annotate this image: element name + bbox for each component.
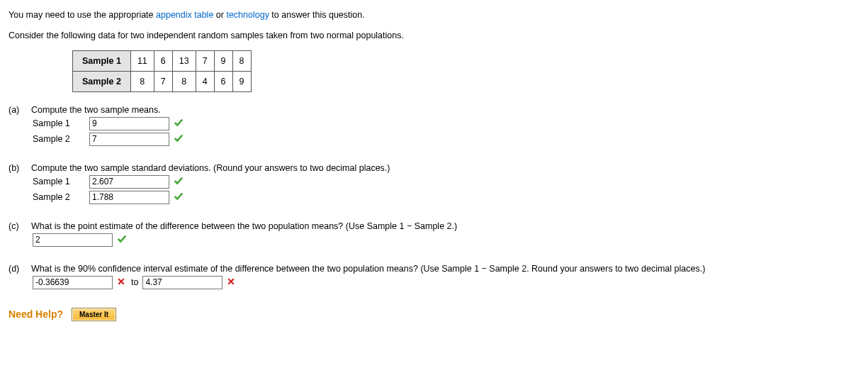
- intro-pre: You may need to use the appropriate: [9, 10, 156, 20]
- intro-mid: or: [213, 10, 226, 20]
- ci-lower-input[interactable]: [33, 276, 113, 289]
- check-icon: [174, 191, 184, 204]
- data-cell: 6: [214, 71, 232, 91]
- data-cell: 6: [154, 50, 172, 71]
- problem-description: Consider the following data for two inde…: [9, 30, 859, 40]
- ci-upper-input[interactable]: [142, 276, 222, 289]
- check-icon: [174, 176, 184, 188]
- data-cell: 9: [232, 71, 251, 91]
- part-prompt: What is the 90% confidence interval esti…: [31, 264, 859, 274]
- part-letter: (b): [9, 163, 31, 173]
- to-label: to: [131, 277, 138, 287]
- answer-label: Sample 1: [33, 177, 89, 186]
- data-cell: 9: [214, 50, 232, 71]
- data-cell: 11: [130, 50, 154, 71]
- part-a: (a) Compute the two sample means. Sample…: [9, 105, 859, 146]
- part-letter: (d): [9, 264, 31, 274]
- check-icon: [174, 133, 184, 145]
- check-icon: [174, 118, 184, 130]
- cross-icon: [227, 277, 235, 288]
- sample1-mean-input[interactable]: [89, 117, 169, 130]
- check-icon: [117, 234, 127, 246]
- answer-label: Sample 2: [33, 134, 89, 144]
- cross-icon: [117, 277, 125, 288]
- data-cell: 8: [130, 71, 154, 91]
- sample-data-table: Sample 1 11 6 13 7 9 8 Sample 2 8 7 8 4 …: [72, 50, 252, 92]
- data-cell: 7: [196, 50, 214, 71]
- part-prompt: Compute the two sample standard deviatio…: [31, 163, 859, 173]
- sample2-mean-input[interactable]: [89, 133, 169, 146]
- data-cell: 8: [172, 71, 196, 91]
- row-label: Sample 2: [73, 71, 131, 91]
- sample1-sd-input[interactable]: [89, 175, 169, 189]
- data-cell: 13: [172, 50, 196, 71]
- master-it-button[interactable]: Master It: [72, 308, 116, 321]
- need-help-section: Need Help? Master It: [9, 308, 859, 321]
- appendix-link[interactable]: appendix table: [156, 10, 213, 20]
- table-row: Sample 1 11 6 13 7 9 8: [73, 50, 252, 71]
- technology-link[interactable]: technology: [226, 10, 269, 20]
- part-d: (d) What is the 90% confidence interval …: [9, 264, 859, 289]
- data-cell: 4: [196, 71, 214, 91]
- part-letter: (c): [9, 221, 31, 231]
- part-letter: (a): [9, 105, 31, 115]
- data-cell: 7: [154, 71, 172, 91]
- intro-post: to answer this question.: [269, 10, 365, 20]
- need-help-label: Need Help?: [9, 308, 63, 320]
- part-b: (b) Compute the two sample standard devi…: [9, 163, 859, 204]
- intro-text: You may need to use the appropriate appe…: [9, 9, 859, 22]
- point-estimate-input[interactable]: [33, 233, 113, 247]
- answer-label: Sample 2: [33, 192, 89, 202]
- data-cell: 8: [232, 50, 251, 71]
- sample2-sd-input[interactable]: [89, 191, 169, 204]
- part-prompt: Compute the two sample means.: [31, 105, 859, 115]
- part-prompt: What is the point estimate of the differ…: [31, 221, 859, 231]
- row-label: Sample 1: [73, 50, 131, 71]
- table-row: Sample 2 8 7 8 4 6 9: [73, 71, 252, 91]
- answer-label: Sample 1: [33, 118, 89, 128]
- part-c: (c) What is the point estimate of the di…: [9, 221, 859, 247]
